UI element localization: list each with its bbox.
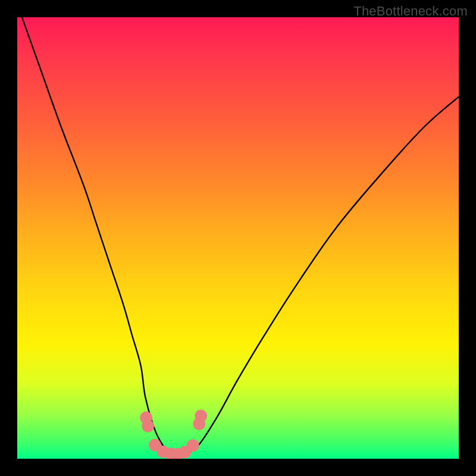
- outer-frame: TheBottleneck.com: [0, 0, 476, 476]
- plot-area: [17, 17, 459, 459]
- marker-dot: [142, 420, 154, 433]
- bottleneck-curve: [17, 17, 459, 456]
- watermark-text: TheBottleneck.com: [353, 4, 468, 19]
- curve-path: [17, 17, 459, 456]
- marker-group: [140, 410, 207, 459]
- marker-dot: [187, 439, 199, 452]
- curve-layer: [17, 17, 459, 459]
- marker-dot: [195, 410, 207, 422]
